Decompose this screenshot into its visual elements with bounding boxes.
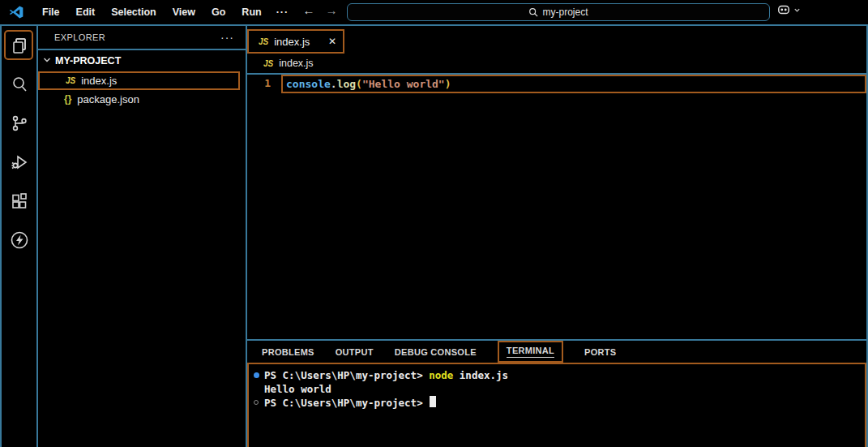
copilot-icon bbox=[776, 3, 791, 16]
tab-ports[interactable]: PORTS bbox=[584, 347, 616, 357]
activitybar-extensions[interactable] bbox=[2, 182, 36, 221]
menu-edit[interactable]: Edit bbox=[68, 6, 104, 18]
explorer-title: EXPLORER bbox=[54, 32, 105, 42]
menu-selection[interactable]: Selection bbox=[103, 6, 165, 18]
editor-tab-bar: JS index.js ✕ bbox=[247, 26, 866, 54]
token-console: console bbox=[286, 78, 331, 90]
file-label: package.json bbox=[77, 93, 139, 105]
terminal-prompt: PS C:\Users\HP\my-project> bbox=[264, 396, 429, 410]
search-value: my-project bbox=[542, 6, 588, 18]
explorer-more-actions[interactable]: ··· bbox=[220, 33, 234, 41]
tab-terminal-highlight: TERMINAL bbox=[498, 341, 563, 363]
menu-go[interactable]: Go bbox=[203, 6, 233, 18]
file-index-js[interactable]: JS index.js bbox=[38, 71, 240, 90]
command-center-search[interactable]: my-project bbox=[347, 3, 770, 21]
terminal-command-arg: index.js bbox=[453, 368, 508, 382]
tab-debug-console[interactable]: DEBUG CONSOLE bbox=[395, 347, 477, 357]
file-package-json[interactable]: {} package.json bbox=[38, 90, 246, 108]
tab-problems[interactable]: PROBLEMS bbox=[262, 347, 314, 357]
search-icon bbox=[10, 75, 29, 94]
activity-bar bbox=[2, 26, 36, 447]
terminal-command: node bbox=[429, 368, 453, 382]
run-debug-icon bbox=[10, 153, 29, 172]
breadcrumb[interactable]: JS index.js bbox=[247, 54, 866, 73]
close-icon[interactable]: ✕ bbox=[328, 36, 336, 47]
command-decoration-success-icon[interactable] bbox=[252, 368, 264, 378]
terminal-output: Hello world bbox=[264, 382, 331, 396]
explorer-sidebar: EXPLORER ··· MY-PROJECT JS index.js {} p… bbox=[38, 26, 246, 447]
folder-my-project[interactable]: MY-PROJECT bbox=[38, 50, 246, 71]
explorer-header: EXPLORER ··· bbox=[38, 26, 246, 50]
copilot-button[interactable] bbox=[776, 3, 801, 16]
code-line-1[interactable]: 1 console.log("Hello world") bbox=[247, 75, 866, 93]
token-open-paren: ( bbox=[356, 78, 362, 90]
file-label: index.js bbox=[81, 75, 117, 87]
menu-bar: File Edit Selection View Go Run ··· bbox=[34, 6, 295, 18]
line-number: 1 bbox=[247, 75, 281, 93]
token-log: log bbox=[337, 78, 356, 90]
bottom-panel: PROBLEMS OUTPUT DEBUG CONSOLE TERMINAL P… bbox=[247, 341, 866, 447]
menu-overflow-ellipsis[interactable]: ··· bbox=[270, 6, 296, 18]
js-file-icon: JS bbox=[66, 76, 75, 85]
folder-label: MY-PROJECT bbox=[55, 55, 121, 67]
token-dot: . bbox=[331, 78, 337, 90]
terminal-line-prompt: PS C:\Users\HP\my-project> bbox=[252, 396, 865, 410]
activitybar-explorer[interactable] bbox=[2, 26, 36, 65]
tab-terminal[interactable]: TERMINAL bbox=[507, 346, 554, 358]
active-highlight-frame bbox=[4, 30, 33, 60]
terminal-line-output: Hello world bbox=[252, 382, 865, 396]
menu-file[interactable]: File bbox=[34, 6, 68, 18]
editor-group: JS index.js ✕ JS index.js 1 console.log(… bbox=[247, 26, 866, 339]
menu-run[interactable]: Run bbox=[233, 6, 269, 18]
terminal-prompt: PS C:\Users\HP\my-project> bbox=[264, 368, 429, 382]
source-control-icon bbox=[10, 114, 29, 133]
chevron-down-icon bbox=[793, 6, 801, 14]
title-bar: File Edit Selection View Go Run ··· ← → … bbox=[0, 0, 868, 24]
activitybar-source-control[interactable] bbox=[2, 104, 36, 143]
lightning-icon bbox=[10, 230, 29, 250]
terminal-cursor[interactable] bbox=[430, 396, 436, 407]
terminal[interactable]: PS C:\Users\HP\my-project> node index.js… bbox=[247, 363, 866, 447]
json-file-icon: {} bbox=[64, 93, 71, 105]
tab-output[interactable]: OUTPUT bbox=[336, 347, 374, 357]
code-content[interactable]: console.log("Hello world") bbox=[281, 75, 866, 93]
tab-index-js[interactable]: JS index.js ✕ bbox=[247, 29, 344, 54]
token-close-paren: ) bbox=[445, 78, 451, 90]
activitybar-run-debug[interactable] bbox=[2, 143, 36, 182]
js-file-icon: JS bbox=[259, 37, 268, 46]
extensions-icon bbox=[10, 191, 29, 211]
chevron-down-icon bbox=[42, 55, 52, 67]
token-string: "Hello world" bbox=[362, 78, 445, 90]
tab-label: index.js bbox=[274, 36, 310, 48]
activitybar-search[interactable] bbox=[2, 65, 36, 104]
menu-view[interactable]: View bbox=[165, 6, 203, 18]
vscode-logo-icon bbox=[8, 4, 24, 20]
terminal-line-command: PS C:\Users\HP\my-project> node index.js bbox=[252, 368, 865, 382]
command-decoration-pending-icon[interactable] bbox=[252, 396, 264, 405]
forward-button[interactable]: → bbox=[323, 3, 340, 17]
search-icon bbox=[528, 7, 538, 17]
js-file-icon: JS bbox=[263, 59, 273, 68]
panel-tab-bar: PROBLEMS OUTPUT DEBUG CONSOLE TERMINAL P… bbox=[247, 341, 866, 363]
breadcrumb-label: index.js bbox=[279, 58, 313, 69]
back-button[interactable]: ← bbox=[300, 3, 318, 17]
activitybar-lightning[interactable] bbox=[2, 221, 36, 260]
